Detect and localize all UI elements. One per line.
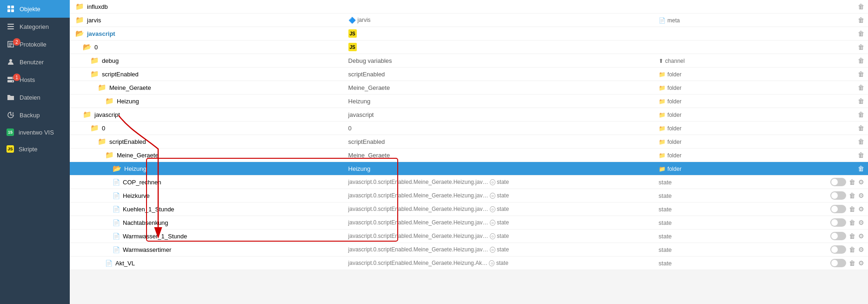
sidebar-item-hosts[interactable]: Hosts 1 bbox=[0, 71, 70, 88]
row-actions: 🗑 bbox=[830, 70, 864, 78]
delete-icon[interactable]: 🗑 bbox=[858, 124, 864, 132]
row-desc: scriptEnabled bbox=[345, 135, 655, 149]
row-label: Meine_Geraete bbox=[109, 84, 151, 91]
settings-icon[interactable]: ⚙ bbox=[858, 219, 864, 226]
sidebar-item-backup[interactable]: Backup bbox=[0, 106, 70, 124]
toggle-switch[interactable] bbox=[830, 205, 846, 213]
row-name-cell: 📄 Nachtabsenkung bbox=[73, 219, 341, 226]
table-row[interactable]: 📁 influxdb 🗑 bbox=[70, 0, 868, 14]
grid-icon bbox=[7, 5, 15, 13]
sidebar-item-benutzer[interactable]: Benutzer bbox=[0, 53, 70, 71]
folder-icon: 📁 bbox=[90, 70, 99, 78]
sidebar-item-inventwo[interactable]: 15 inventwo VIS bbox=[0, 124, 70, 141]
row-label: Heizkurve bbox=[123, 192, 150, 199]
row-desc: Heizung bbox=[345, 162, 655, 176]
table-row[interactable]: 📄 Heizkurve javascript.0.scriptEnabled.M… bbox=[70, 189, 868, 203]
settings-icon[interactable]: ⚙ bbox=[858, 259, 864, 267]
row-label: 0 bbox=[94, 44, 98, 51]
row-type: 📁 folder bbox=[655, 135, 827, 149]
settings-icon[interactable]: ⚙ bbox=[858, 246, 864, 253]
table-row[interactable]: 📁 Meine_Geraete Meine_Geraete 📁 folder 🗑 bbox=[70, 81, 868, 95]
row-actions: 🗑 bbox=[830, 165, 864, 172]
toggle-switch[interactable] bbox=[830, 191, 846, 200]
table-row[interactable]: 📁 Heizung Heizung 📁 folder 🗑 bbox=[70, 95, 868, 108]
sidebar-item-skripte[interactable]: JS Skripte bbox=[0, 141, 70, 157]
table-row[interactable]: 📁 jarvis 🔷 jarvis 📄 meta 🗑 bbox=[70, 14, 868, 27]
delete-icon[interactable]: 🗑 bbox=[849, 246, 855, 253]
sidebar-item-label: Backup bbox=[20, 112, 40, 119]
delete-icon[interactable]: 🗑 bbox=[849, 232, 855, 240]
row-actions: 🗑 ⚙ bbox=[830, 232, 864, 240]
row-actions: 🗑 bbox=[830, 111, 864, 118]
delete-icon[interactable]: 🗑 bbox=[858, 84, 864, 91]
delete-icon[interactable]: 🗑 bbox=[858, 30, 864, 37]
table-row[interactable]: 📁 scriptEnabled scriptEnabled 📁 folder 🗑 bbox=[70, 68, 868, 81]
delete-icon[interactable]: 🗑 bbox=[858, 165, 864, 172]
settings-icon[interactable]: ⚙ bbox=[858, 192, 864, 199]
row-desc: Meine_Geraete bbox=[345, 149, 655, 162]
delete-icon[interactable]: 🗑 bbox=[849, 259, 855, 267]
delete-icon[interactable]: 🗑 bbox=[849, 205, 855, 213]
row-label: Meine_Geraete bbox=[117, 152, 159, 159]
toggle-switch[interactable] bbox=[830, 259, 846, 267]
row-label: Warmwasser_1_Stunde bbox=[123, 233, 187, 240]
row-actions: 🗑 bbox=[830, 97, 864, 105]
delete-icon[interactable]: 🗑 bbox=[858, 70, 864, 78]
row-name-cell: 📁 Heizung bbox=[73, 97, 341, 105]
table-row[interactable]: 📁 scriptEnabled scriptEnabled 📁 folder 🗑 bbox=[70, 135, 868, 149]
sidebar-item-label: Skripte bbox=[19, 146, 37, 153]
delete-icon[interactable]: 🗑 bbox=[858, 57, 864, 64]
delete-icon[interactable]: 🗑 bbox=[849, 219, 855, 226]
table-row[interactable]: 📄 Akt_VL javascript.0.scriptEnabled.Mein… bbox=[70, 257, 868, 270]
delete-icon[interactable]: 🗑 bbox=[858, 151, 864, 159]
file-icon: 📄 bbox=[113, 206, 120, 213]
table-row[interactable]: 📁 debug Debug variables ⬆ channel 🗑 bbox=[70, 54, 868, 68]
sidebar-item-protokolle[interactable]: Protokolle 2 bbox=[0, 35, 70, 53]
row-type: state bbox=[655, 243, 827, 257]
table-row[interactable]: 📄 COP_rechnen javascript.0.scriptEnabled… bbox=[70, 176, 868, 189]
row-actions: 🗑 bbox=[830, 151, 864, 159]
sidebar-item-label: Hosts bbox=[20, 76, 35, 83]
delete-icon[interactable]: 🗑 bbox=[858, 97, 864, 105]
settings-icon[interactable]: ⚙ bbox=[858, 205, 864, 213]
table-row[interactable]: 📄 Warmwasser_1_Stunde javascript.0.scrip… bbox=[70, 230, 868, 243]
row-name-cell: 📄 Kuehlen_1_Stunde bbox=[73, 206, 341, 213]
table-row-selected[interactable]: 📂 Heizung Heizung 📁 folder 🗑 bbox=[70, 162, 868, 176]
delete-icon[interactable]: 🗑 bbox=[858, 43, 864, 51]
table-row[interactable]: 📁 javascript javascript 📁 folder 🗑 bbox=[70, 108, 868, 122]
row-type: 📁 folder bbox=[655, 122, 827, 135]
jarvis-icon: 🔷 bbox=[348, 17, 356, 24]
row-name-cell: 📄 Warmwassertimer bbox=[73, 246, 341, 253]
settings-icon[interactable]: ⚙ bbox=[858, 178, 864, 186]
delete-icon[interactable]: 🗑 bbox=[858, 3, 864, 10]
row-actions: 🗑 ⚙ bbox=[830, 178, 864, 186]
table-row[interactable]: 📄 Nachtabsenkung javascript.0.scriptEnab… bbox=[70, 216, 868, 230]
delete-icon[interactable]: 🗑 bbox=[858, 16, 864, 24]
toggle-switch[interactable] bbox=[830, 218, 846, 227]
table-row[interactable]: 📂 javascript JS 🗑 bbox=[70, 27, 868, 41]
row-type: state bbox=[655, 257, 827, 270]
table-row[interactable]: 📄 Warmwassertimer javascript.0.scriptEna… bbox=[70, 243, 868, 257]
row-name-cell: 📄 Akt_VL bbox=[73, 260, 341, 267]
toggle-switch[interactable] bbox=[830, 245, 846, 254]
delete-icon[interactable]: 🗑 bbox=[849, 192, 855, 199]
toggle-switch[interactable] bbox=[830, 232, 846, 240]
row-actions: 🗑 bbox=[830, 124, 864, 132]
row-desc: 🔷 jarvis bbox=[345, 14, 655, 27]
row-desc: 0 bbox=[345, 122, 655, 135]
table-row[interactable]: 📄 Kuehlen_1_Stunde javascript.0.scriptEn… bbox=[70, 203, 868, 216]
delete-icon[interactable]: 🗑 bbox=[858, 138, 864, 145]
delete-icon[interactable]: 🗑 bbox=[858, 111, 864, 118]
main-container: 📁 influxdb 🗑 📁 jarvis bbox=[70, 0, 868, 304]
table-row[interactable]: 📂 0 JS 🗑 bbox=[70, 41, 868, 54]
settings-icon[interactable]: ⚙ bbox=[858, 232, 864, 240]
toggle-switch[interactable] bbox=[830, 178, 846, 186]
sidebar-item-objekte[interactable]: Objekte bbox=[0, 0, 70, 18]
sidebar-item-dateien[interactable]: Dateien bbox=[0, 88, 70, 106]
delete-icon[interactable]: 🗑 bbox=[849, 178, 855, 186]
table-row[interactable]: 📁 Meine_Geraete Meine_Geraete 📁 folder 🗑 bbox=[70, 149, 868, 162]
row-type: 📁 folder bbox=[655, 162, 827, 176]
sidebar: Objekte Kategorien Protokolle 2 bbox=[0, 0, 70, 304]
table-row[interactable]: 📁 0 0 📁 folder 🗑 bbox=[70, 122, 868, 135]
sidebar-item-kategorien[interactable]: Kategorien bbox=[0, 18, 70, 35]
